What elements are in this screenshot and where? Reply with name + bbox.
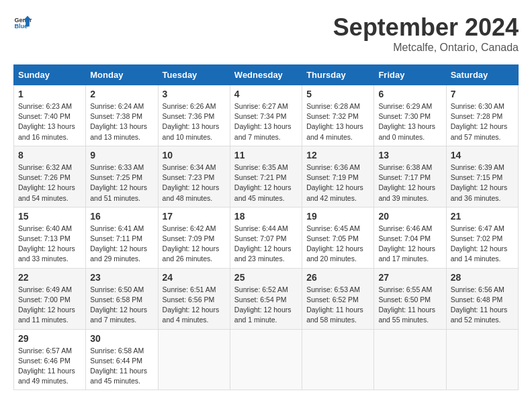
- day-number: 20: [378, 211, 441, 222]
- location-title: Metcalfe, Ontario, Canada: [333, 42, 519, 54]
- day-number: 29: [18, 333, 81, 344]
- calendar-cell: 13Sunrise: 6:38 AMSunset: 7:17 PMDayligh…: [374, 146, 446, 207]
- calendar-cell: 25Sunrise: 6:52 AMSunset: 6:54 PMDayligh…: [230, 268, 302, 329]
- day-number: 5: [306, 89, 369, 99]
- day-detail: Sunrise: 6:35 AMSunset: 7:21 PMDaylight:…: [234, 163, 292, 202]
- col-saturday: Saturday: [446, 65, 518, 85]
- day-detail: Sunrise: 6:30 AMSunset: 7:28 PMDaylight:…: [451, 102, 508, 141]
- day-detail: Sunrise: 6:36 AMSunset: 7:19 PMDaylight:…: [306, 163, 363, 202]
- day-detail: Sunrise: 6:27 AMSunset: 7:34 PMDaylight:…: [234, 102, 292, 141]
- day-number: 19: [306, 211, 369, 222]
- calendar-cell: 24Sunrise: 6:51 AMSunset: 6:56 PMDayligh…: [158, 268, 230, 329]
- day-detail: Sunrise: 6:40 AMSunset: 7:13 PMDaylight:…: [18, 224, 75, 263]
- calendar-cell: 28Sunrise: 6:56 AMSunset: 6:48 PMDayligh…: [446, 268, 518, 329]
- day-number: 12: [306, 150, 369, 161]
- col-monday: Monday: [86, 65, 158, 85]
- day-detail: Sunrise: 6:47 AMSunset: 7:02 PMDaylight:…: [451, 224, 508, 263]
- col-thursday: Thursday: [302, 65, 374, 85]
- day-number: 24: [163, 272, 226, 283]
- day-number: 14: [451, 150, 514, 161]
- day-number: 17: [163, 211, 226, 222]
- day-number: 22: [18, 272, 81, 283]
- calendar-cell: 27Sunrise: 6:55 AMSunset: 6:50 PMDayligh…: [374, 268, 446, 329]
- page-header: General Blue September 2024 Metcalfe, On…: [13, 13, 519, 54]
- day-number: 13: [378, 150, 441, 161]
- day-number: 25: [234, 272, 298, 283]
- day-detail: Sunrise: 6:26 AMSunset: 7:36 PMDaylight:…: [163, 102, 220, 141]
- day-detail: Sunrise: 6:52 AMSunset: 6:54 PMDaylight:…: [234, 285, 292, 324]
- day-detail: Sunrise: 6:57 AMSunset: 6:46 PMDaylight:…: [18, 347, 75, 385]
- calendar-table: Sunday Monday Tuesday Wednesday Thursday…: [13, 64, 519, 390]
- title-area: September 2024 Metcalfe, Ontario, Canada: [333, 13, 519, 54]
- calendar-cell: [158, 329, 230, 390]
- day-detail: Sunrise: 6:24 AMSunset: 7:38 PMDaylight:…: [90, 102, 147, 141]
- calendar-cell: 19Sunrise: 6:45 AMSunset: 7:05 PMDayligh…: [302, 207, 374, 268]
- calendar-row-3: 15Sunrise: 6:40 AMSunset: 7:13 PMDayligh…: [14, 207, 519, 268]
- calendar-cell: 6Sunrise: 6:29 AMSunset: 7:30 PMDaylight…: [374, 85, 446, 146]
- calendar-cell: 29Sunrise: 6:57 AMSunset: 6:46 PMDayligh…: [14, 329, 86, 390]
- day-number: 9: [90, 150, 153, 161]
- calendar-cell: 16Sunrise: 6:41 AMSunset: 7:11 PMDayligh…: [86, 207, 158, 268]
- calendar-cell: 8Sunrise: 6:32 AMSunset: 7:26 PMDaylight…: [14, 146, 86, 207]
- month-title: September 2024: [333, 13, 519, 42]
- day-number: 11: [234, 150, 298, 161]
- logo-icon: General Blue: [13, 13, 32, 32]
- day-detail: Sunrise: 6:29 AMSunset: 7:30 PMDaylight:…: [378, 102, 435, 141]
- calendar-cell: 17Sunrise: 6:42 AMSunset: 7:09 PMDayligh…: [158, 207, 230, 268]
- day-number: 23: [90, 272, 153, 283]
- day-detail: Sunrise: 6:38 AMSunset: 7:17 PMDaylight:…: [378, 163, 435, 202]
- col-tuesday: Tuesday: [158, 65, 230, 85]
- day-number: 3: [163, 89, 226, 99]
- calendar-row-5: 29Sunrise: 6:57 AMSunset: 6:46 PMDayligh…: [14, 329, 519, 390]
- day-detail: Sunrise: 6:32 AMSunset: 7:26 PMDaylight:…: [18, 163, 75, 202]
- logo: General Blue: [13, 13, 32, 32]
- calendar-cell: 12Sunrise: 6:36 AMSunset: 7:19 PMDayligh…: [302, 146, 374, 207]
- calendar-cell: 7Sunrise: 6:30 AMSunset: 7:28 PMDaylight…: [446, 85, 518, 146]
- day-detail: Sunrise: 6:45 AMSunset: 7:05 PMDaylight:…: [306, 224, 363, 263]
- day-number: 16: [90, 211, 153, 222]
- calendar-cell: 30Sunrise: 6:58 AMSunset: 6:44 PMDayligh…: [86, 329, 158, 390]
- calendar-cell: 2Sunrise: 6:24 AMSunset: 7:38 PMDaylight…: [86, 85, 158, 146]
- calendar-cell: 3Sunrise: 6:26 AMSunset: 7:36 PMDaylight…: [158, 85, 230, 146]
- calendar-cell: 4Sunrise: 6:27 AMSunset: 7:34 PMDaylight…: [230, 85, 302, 146]
- calendar-cell: 18Sunrise: 6:44 AMSunset: 7:07 PMDayligh…: [230, 207, 302, 268]
- calendar-row-2: 8Sunrise: 6:32 AMSunset: 7:26 PMDaylight…: [14, 146, 519, 207]
- svg-text:Blue: Blue: [14, 23, 28, 30]
- col-wednesday: Wednesday: [230, 65, 302, 85]
- calendar-cell: 21Sunrise: 6:47 AMSunset: 7:02 PMDayligh…: [446, 207, 518, 268]
- calendar-cell: 9Sunrise: 6:33 AMSunset: 7:25 PMDaylight…: [86, 146, 158, 207]
- day-number: 15: [18, 211, 81, 222]
- day-detail: Sunrise: 6:49 AMSunset: 7:00 PMDaylight:…: [18, 285, 75, 324]
- day-number: 26: [306, 272, 369, 283]
- calendar-cell: 26Sunrise: 6:53 AMSunset: 6:52 PMDayligh…: [302, 268, 374, 329]
- day-detail: Sunrise: 6:58 AMSunset: 6:44 PMDaylight:…: [90, 347, 147, 385]
- day-number: 27: [378, 272, 441, 283]
- day-detail: Sunrise: 6:41 AMSunset: 7:11 PMDaylight:…: [90, 224, 147, 263]
- calendar-cell: 23Sunrise: 6:50 AMSunset: 6:58 PMDayligh…: [86, 268, 158, 329]
- day-number: 21: [451, 211, 514, 222]
- day-detail: Sunrise: 6:28 AMSunset: 7:32 PMDaylight:…: [306, 102, 363, 141]
- day-detail: Sunrise: 6:34 AMSunset: 7:23 PMDaylight:…: [163, 163, 220, 202]
- calendar-cell: [302, 329, 374, 390]
- calendar-row-4: 22Sunrise: 6:49 AMSunset: 7:00 PMDayligh…: [14, 268, 519, 329]
- calendar-cell: [446, 329, 518, 390]
- day-detail: Sunrise: 6:53 AMSunset: 6:52 PMDaylight:…: [306, 285, 363, 324]
- day-detail: Sunrise: 6:33 AMSunset: 7:25 PMDaylight:…: [90, 163, 147, 202]
- calendar-cell: 5Sunrise: 6:28 AMSunset: 7:32 PMDaylight…: [302, 85, 374, 146]
- day-number: 10: [163, 150, 226, 161]
- day-detail: Sunrise: 6:51 AMSunset: 6:56 PMDaylight:…: [163, 285, 220, 324]
- calendar-header-row: Sunday Monday Tuesday Wednesday Thursday…: [14, 65, 519, 85]
- calendar-row-1: 1Sunrise: 6:23 AMSunset: 7:40 PMDaylight…: [14, 85, 519, 146]
- day-detail: Sunrise: 6:46 AMSunset: 7:04 PMDaylight:…: [378, 224, 435, 263]
- day-detail: Sunrise: 6:23 AMSunset: 7:40 PMDaylight:…: [18, 102, 75, 141]
- calendar-cell: 22Sunrise: 6:49 AMSunset: 7:00 PMDayligh…: [14, 268, 86, 329]
- day-number: 28: [451, 272, 514, 283]
- calendar-cell: 20Sunrise: 6:46 AMSunset: 7:04 PMDayligh…: [374, 207, 446, 268]
- calendar-cell: 1Sunrise: 6:23 AMSunset: 7:40 PMDaylight…: [14, 85, 86, 146]
- day-detail: Sunrise: 6:50 AMSunset: 6:58 PMDaylight:…: [90, 285, 147, 324]
- col-sunday: Sunday: [14, 65, 86, 85]
- calendar-cell: 11Sunrise: 6:35 AMSunset: 7:21 PMDayligh…: [230, 146, 302, 207]
- day-detail: Sunrise: 6:56 AMSunset: 6:48 PMDaylight:…: [451, 285, 508, 324]
- day-number: 2: [90, 89, 153, 99]
- day-number: 7: [451, 89, 514, 99]
